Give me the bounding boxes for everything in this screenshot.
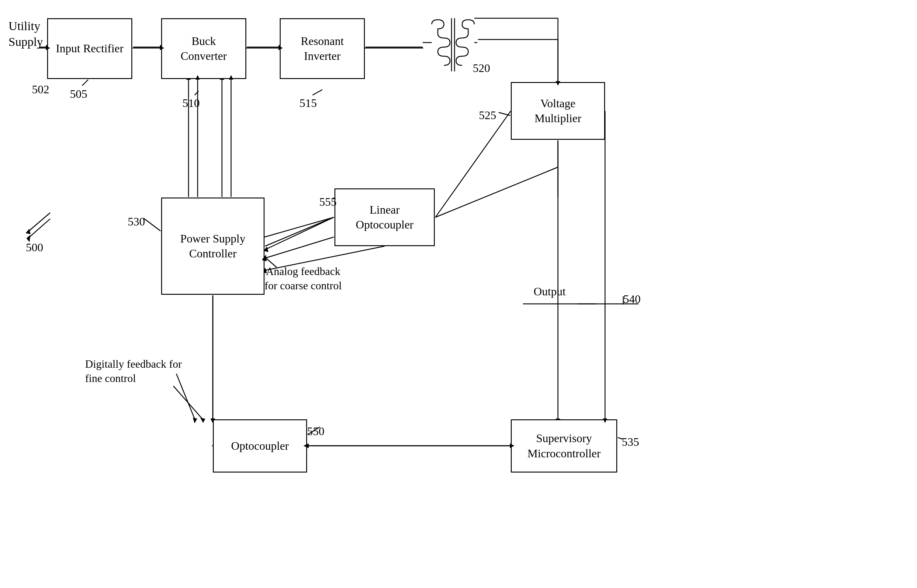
svg-line-71: [82, 80, 88, 86]
svg-line-74: [144, 218, 160, 231]
ref-500: 500: [26, 240, 43, 255]
ref-550: 550: [307, 424, 324, 439]
buck-converter-label: BuckConverter: [181, 34, 227, 64]
buck-converter-block: BuckConverter: [161, 18, 246, 79]
ref-505: 505: [70, 87, 87, 102]
utility-supply-label: UtilitySupply: [8, 18, 43, 50]
digital-feedback-label: Digitally feedback forfine control: [85, 357, 182, 386]
svg-line-76: [499, 112, 510, 115]
circuit-diagram: Input Rectifier BuckConverter ResonantIn…: [0, 0, 917, 588]
voltage-multiplier-block: VoltageMultiplier: [511, 82, 605, 140]
svg-marker-68: [201, 418, 205, 423]
svg-line-53: [435, 167, 558, 217]
svg-line-59: [265, 237, 334, 258]
ref-535: 535: [622, 435, 639, 449]
power-supply-controller-block: Power SupplyController: [161, 197, 265, 295]
svg-line-21: [435, 111, 511, 217]
svg-line-20: [265, 217, 333, 246]
output-label: Output: [534, 284, 566, 299]
ref-525: 525: [479, 108, 496, 123]
svg-marker-33: [26, 229, 31, 234]
optocoupler-block: Optocoupler: [213, 419, 307, 473]
power-supply-controller-label: Power SupplyController: [180, 231, 245, 261]
svg-line-69: [29, 219, 50, 237]
svg-marker-31: [193, 418, 197, 423]
connections-svg: [0, 0, 917, 588]
supervisory-microcontroller-block: SupervisoryMicrocontroller: [511, 419, 617, 473]
resonant-inverter-label: ResonantInverter: [301, 34, 344, 64]
optocoupler-label: Optocoupler: [231, 438, 289, 453]
voltage-multiplier-label: VoltageMultiplier: [535, 96, 581, 126]
ref-555: 555: [319, 194, 336, 209]
transformer-symbol: [423, 18, 477, 79]
svg-marker-19: [264, 247, 268, 252]
supervisory-microcontroller-label: SupervisoryMicrocontroller: [527, 431, 601, 461]
ref-515: 515: [299, 96, 317, 111]
linear-optocoupler-block: LinearOptocoupler: [335, 188, 435, 246]
svg-line-18: [266, 217, 334, 249]
svg-line-72: [194, 91, 199, 95]
analog-feedback-label: Analog feedbackfor coarse control: [265, 264, 342, 293]
ref-530: 530: [128, 214, 145, 229]
ref-520: 520: [473, 61, 490, 76]
linear-optocoupler-label: LinearOptocoupler: [356, 202, 414, 233]
resonant-inverter-block: ResonantInverter: [280, 18, 365, 79]
svg-line-58: [265, 217, 334, 237]
ref-510: 510: [183, 96, 200, 111]
ref-540: 540: [623, 292, 640, 307]
input-rectifier-label: Input Rectifier: [56, 41, 124, 56]
svg-line-67: [173, 386, 202, 419]
input-rectifier-block: Input Rectifier: [47, 18, 132, 79]
arrows-overlay: [0, 0, 917, 588]
ref-502: 502: [32, 82, 49, 97]
svg-line-73: [312, 90, 322, 95]
svg-line-32: [29, 213, 50, 231]
